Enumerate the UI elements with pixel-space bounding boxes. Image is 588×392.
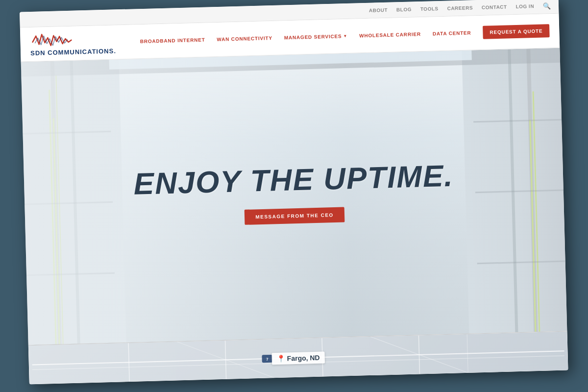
map-city-label: 📍 Fargo, ND bbox=[271, 351, 324, 365]
logo-text: SDN COMMUNICATIONS. bbox=[30, 47, 116, 57]
hero-section: ENJOY THE UPTIME. MESSAGE FROM THE CEO bbox=[21, 48, 567, 345]
svg-line-2 bbox=[128, 343, 129, 382]
contact-link[interactable]: CONTACT bbox=[482, 4, 507, 10]
logo-wave-svg bbox=[30, 31, 74, 49]
search-button[interactable]: 🔍 bbox=[543, 2, 551, 9]
map-pin-icon: 📍 bbox=[277, 354, 285, 362]
managed-services-dropdown-icon: ▼ bbox=[343, 34, 347, 38]
svg-line-9 bbox=[177, 339, 275, 380]
wan-connectivity-link[interactable]: WAN CONNECTIVITY bbox=[217, 35, 272, 42]
login-link[interactable]: LOG IN bbox=[515, 3, 534, 9]
nav-links: BROADBAND INTERNET WAN CONNECTIVITY MANA… bbox=[140, 24, 549, 48]
hero-content: ENJOY THE UPTIME. MESSAGE FROM THE CEO bbox=[77, 158, 510, 229]
managed-services-link[interactable]: MANAGED SERVICES ▼ bbox=[284, 33, 348, 40]
blog-link[interactable]: BLOG bbox=[396, 7, 412, 13]
logo-area: SDN COMMUNICATIONS. bbox=[30, 30, 116, 57]
careers-link[interactable]: CAREERS bbox=[447, 5, 473, 11]
tools-link[interactable]: TOOLS bbox=[420, 6, 439, 12]
ceo-message-button[interactable]: MESSAGE FROM THE CEO bbox=[245, 207, 344, 225]
browser-window: ABOUT BLOG TOOLS CAREERS CONTACT LOG IN … bbox=[20, 0, 568, 384]
map-city-text: Fargo, ND bbox=[287, 353, 320, 362]
about-link[interactable]: ABOUT bbox=[369, 7, 388, 13]
broadband-internet-link[interactable]: BROADBAND INTERNET bbox=[140, 37, 205, 44]
svg-line-10 bbox=[370, 334, 468, 375]
wholesale-carrier-link[interactable]: WHOLESALE CARRIER bbox=[359, 31, 421, 38]
request-quote-button[interactable]: REQUEST A QUOTE bbox=[483, 24, 550, 39]
data-center-link[interactable]: DATA CENTER bbox=[433, 30, 471, 36]
